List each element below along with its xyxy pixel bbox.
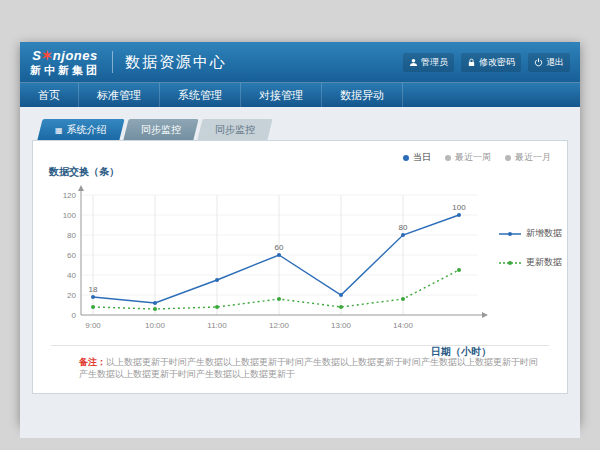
- admin-user-label: 管理员: [421, 56, 448, 69]
- tab-system-intro[interactable]: ▦系统介绍: [37, 119, 124, 140]
- y-axis-title: 数据交换（条）: [49, 165, 493, 179]
- power-icon: [534, 58, 543, 67]
- page-title: 数据资源中心: [125, 53, 227, 72]
- svg-text:60: 60: [67, 251, 76, 260]
- logout-button[interactable]: 退出: [528, 53, 570, 72]
- nav-item-system-mgmt[interactable]: 系统管理: [160, 83, 241, 107]
- change-password-button[interactable]: 修改密码: [461, 53, 521, 72]
- main-nav: 首页 标准管理 系统管理 对接管理 数据异动: [20, 82, 580, 107]
- tab-sync-monitor-2[interactable]: 同步监控: [197, 119, 272, 140]
- filter-last-month[interactable]: 最近一月: [505, 151, 551, 164]
- svg-text:100: 100: [63, 211, 77, 220]
- logo: S✶njones 新中新集团: [30, 49, 100, 76]
- series-legend: 新增数据 更新数据: [499, 227, 562, 359]
- filter-last-week[interactable]: 最近一周: [445, 151, 491, 164]
- logo-subtitle: 新中新集团: [30, 65, 100, 76]
- svg-text:120: 120: [63, 191, 77, 200]
- last-month-dot-icon: [505, 155, 511, 161]
- today-dot-icon: [403, 155, 409, 161]
- nav-item-standard-mgmt[interactable]: 标准管理: [79, 83, 160, 107]
- chart-area: 数据交换（条） 9:0010:0011:0012:0013:0014:00020…: [33, 141, 567, 359]
- logo-wordmark: S✶njones: [30, 49, 100, 62]
- svg-text:100: 100: [452, 203, 466, 212]
- logout-label: 退出: [546, 56, 564, 69]
- grid-icon: ▦: [55, 126, 63, 135]
- time-filter: 当日 最近一周 最近一月: [403, 151, 551, 164]
- svg-text:9:00: 9:00: [85, 321, 101, 330]
- svg-text:18: 18: [89, 285, 98, 294]
- legend-update-data[interactable]: 更新数据: [499, 256, 562, 269]
- user-icon: [409, 58, 418, 67]
- tab-bar: ▦系统介绍 同步监控 同步监控: [40, 119, 568, 140]
- legend-new-data[interactable]: 新增数据: [499, 227, 562, 240]
- last-week-dot-icon: [445, 155, 451, 161]
- footnote-text: 以上数据更新于时间产生数据以上数据更新于时间产生数据以上数据更新于时间产生数据以…: [79, 357, 538, 380]
- svg-text:10:00: 10:00: [145, 321, 166, 330]
- lock-icon: [467, 58, 476, 67]
- header: S✶njones 新中新集团 数据资源中心 管理员 修改密码 退出: [20, 42, 580, 82]
- header-divider: [112, 51, 113, 73]
- svg-text:12:00: 12:00: [269, 321, 290, 330]
- footnote-label: 备注：: [79, 357, 106, 367]
- svg-text:80: 80: [67, 231, 76, 240]
- filter-today[interactable]: 当日: [403, 151, 431, 164]
- svg-text:14:00: 14:00: [393, 321, 414, 330]
- content-area: ▦系统介绍 同步监控 同步监控 当日 最近一周 最近一月 数据交换（条） 9:0…: [20, 107, 580, 438]
- nav-item-connect-mgmt[interactable]: 对接管理: [241, 83, 322, 107]
- logo-star-icon: ✶: [41, 48, 52, 63]
- solid-line-icon: [499, 230, 521, 238]
- admin-user-button[interactable]: 管理员: [403, 53, 454, 72]
- line-chart: 9:0010:0011:0012:0013:0014:0002040608010…: [47, 183, 493, 343]
- svg-text:40: 40: [67, 271, 76, 280]
- header-actions: 管理员 修改密码 退出: [403, 53, 570, 72]
- svg-text:13:00: 13:00: [331, 321, 352, 330]
- app-window: S✶njones 新中新集团 数据资源中心 管理员 修改密码 退出 首页 标准管…: [20, 42, 580, 425]
- svg-text:80: 80: [399, 223, 408, 232]
- svg-text:60: 60: [275, 243, 284, 252]
- dotted-line-icon: [499, 259, 521, 267]
- svg-text:0: 0: [72, 311, 77, 320]
- tab-sync-monitor-1[interactable]: 同步监控: [123, 119, 198, 140]
- nav-item-data-change[interactable]: 数据异动: [322, 83, 403, 107]
- chart-panel: 当日 最近一周 最近一月 数据交换（条） 9:0010:0011:0012:00…: [32, 140, 568, 394]
- svg-text:11:00: 11:00: [207, 321, 227, 330]
- svg-text:20: 20: [67, 291, 76, 300]
- footnote: 备注：以上数据更新于时间产生数据以上数据更新于时间产生数据以上数据更新于时间产生…: [51, 345, 549, 381]
- nav-item-home[interactable]: 首页: [20, 83, 79, 107]
- change-password-label: 修改密码: [479, 56, 515, 69]
